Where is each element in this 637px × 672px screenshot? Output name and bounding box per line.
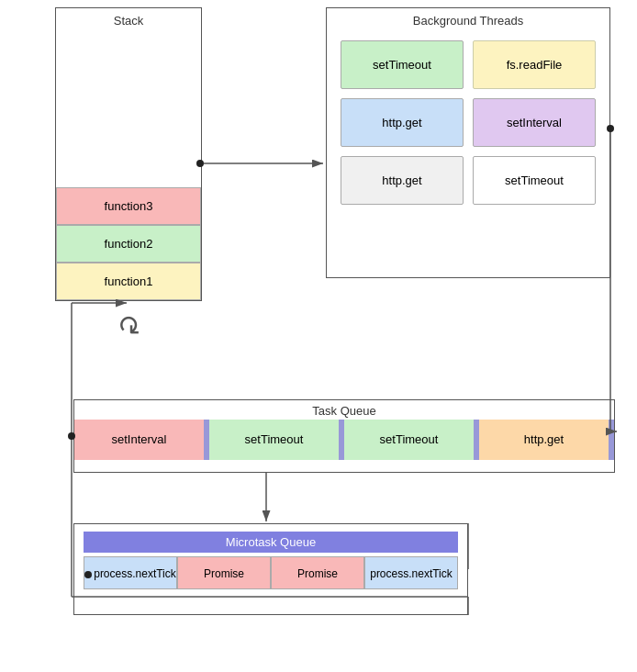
bg-item-settimeout: setTimeout xyxy=(341,40,464,89)
task-queue-box: Task Queue setInterval setTimeout setTim… xyxy=(73,399,615,473)
tq-item-setinterval: setInterval xyxy=(74,420,204,460)
bg-threads-box: Background Threads setTimeout fs.readFil… xyxy=(326,7,610,278)
microtask-items: process.nextTick Promise Promise process… xyxy=(84,556,458,589)
bg-threads-grid: setTimeout fs.readFile http.get setInter… xyxy=(327,31,609,214)
microtask-label: Microtask Queue xyxy=(84,532,458,553)
diagram: Stack function3 function2 function1 Back… xyxy=(0,0,637,672)
task-queue-label: Task Queue xyxy=(74,400,614,420)
mt-item-processnexttick-2: process.nextTick xyxy=(364,556,458,589)
tq-divider-4 xyxy=(609,420,614,460)
microtask-box: Microtask Queue process.nextTick Promise… xyxy=(73,523,468,615)
bg-item-setinterval: setInterval xyxy=(473,98,596,147)
tq-item-httpget: http.get xyxy=(479,420,609,460)
bg-item-httpget-1: http.get xyxy=(341,98,464,147)
mt-item-promise-2: Promise xyxy=(271,556,364,589)
stack-item-func1: function1 xyxy=(56,263,201,300)
mt-item-processnexttick-1: process.nextTick xyxy=(84,556,177,589)
stack-label: Stack xyxy=(56,8,201,31)
task-queue-items: setInterval setTimeout setTimeout http.g… xyxy=(74,420,614,460)
bg-item-settimeout-2: setTimeout xyxy=(473,156,596,205)
bg-item-fsreadfile: fs.readFile xyxy=(473,40,596,89)
stack-item-func2: function2 xyxy=(56,225,201,263)
dot-icon xyxy=(84,571,92,578)
loop-arrow-icon: ↺ xyxy=(117,308,140,341)
tq-item-settimeout-1: setTimeout xyxy=(209,420,339,460)
mt-item-promise-1: Promise xyxy=(177,556,271,589)
stack-items: function3 function2 function1 xyxy=(56,187,201,300)
bg-item-httpget-2: http.get xyxy=(341,156,464,205)
stack-box: Stack function3 function2 function1 xyxy=(55,7,202,301)
bg-threads-label: Background Threads xyxy=(327,8,609,31)
stack-item-func3: function3 xyxy=(56,187,201,225)
tq-item-settimeout-2: setTimeout xyxy=(344,420,474,460)
